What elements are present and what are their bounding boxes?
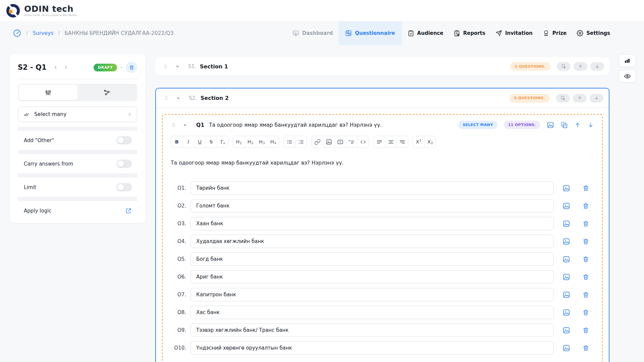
option-delete-button[interactable] bbox=[582, 238, 589, 245]
option-image-button[interactable] bbox=[562, 326, 570, 334]
tb-align-right-button[interactable] bbox=[396, 136, 408, 147]
option-delete-button[interactable] bbox=[582, 274, 589, 281]
option-text-input[interactable]: Төрийн банк bbox=[191, 181, 554, 195]
tb-heading-4-button[interactable]: H4 bbox=[267, 136, 279, 147]
image-icon bbox=[562, 184, 570, 192]
image-icon bbox=[562, 202, 570, 210]
move-question-up-button[interactable] bbox=[574, 122, 581, 128]
tb-superscript-button[interactable]: X2 bbox=[413, 136, 424, 147]
add-other-toggle[interactable] bbox=[116, 136, 132, 144]
tb-blockquote-button[interactable]: “ bbox=[346, 136, 357, 147]
section-title[interactable]: Section 2 bbox=[201, 95, 229, 101]
tb-insert-link-button[interactable] bbox=[312, 136, 323, 147]
expand-section-icon[interactable] bbox=[175, 64, 180, 69]
image-icon bbox=[562, 255, 570, 263]
option-delete-button[interactable] bbox=[582, 256, 589, 263]
section-title[interactable]: Section 1 bbox=[200, 63, 228, 70]
tb-italic-button[interactable]: I bbox=[182, 136, 194, 147]
option-text-input[interactable]: Тээвэр хөгжлийн банк/ Транс банк bbox=[191, 323, 554, 337]
tab-question-settings[interactable] bbox=[19, 85, 77, 100]
option-image-button[interactable] bbox=[562, 344, 570, 352]
drag-handle-icon[interactable] bbox=[163, 95, 169, 101]
move-section-up-button[interactable] bbox=[574, 62, 587, 71]
question-type-select[interactable]: Select many bbox=[18, 107, 137, 122]
collapse-question-icon[interactable] bbox=[182, 122, 187, 127]
drag-handle-icon[interactable] bbox=[171, 122, 176, 128]
breadcrumb-surveys-link[interactable]: Surveys bbox=[33, 30, 53, 36]
option-delete-button[interactable] bbox=[582, 345, 589, 352]
option-text-input[interactable]: Голомт банк bbox=[191, 199, 554, 213]
option-text-input[interactable]: Богд банк bbox=[191, 252, 554, 266]
move-section-down-button[interactable] bbox=[590, 62, 604, 71]
option-text-input[interactable]: Ариг банк bbox=[191, 270, 554, 284]
option-delete-button[interactable] bbox=[582, 220, 589, 227]
move-question-down-button[interactable] bbox=[587, 122, 594, 128]
tb-underline-button[interactable]: U bbox=[194, 136, 205, 147]
tb-align-center-button[interactable] bbox=[385, 136, 396, 147]
brand-logo[interactable]: ODIN tech OPEN DATA INTELLIGENCE NETWORK bbox=[5, 3, 77, 18]
limit-toggle[interactable] bbox=[116, 183, 132, 191]
option-image-button[interactable] bbox=[562, 220, 570, 228]
move-section-up-button[interactable] bbox=[573, 94, 587, 103]
preview-button[interactable] bbox=[619, 70, 636, 82]
tb-strikethrough-button[interactable]: S bbox=[205, 136, 217, 147]
tb-heading-3-button[interactable]: H3 bbox=[256, 136, 267, 147]
option-image-button[interactable] bbox=[562, 309, 570, 316]
monitor-icon bbox=[292, 30, 299, 37]
option-text-input[interactable]: Хаан банк bbox=[191, 217, 554, 230]
move-section-down-button[interactable] bbox=[590, 94, 603, 103]
option-text-input[interactable]: Хас банк bbox=[191, 306, 554, 319]
nav-item-prize[interactable]: Prize bbox=[538, 21, 571, 45]
setting-row-add-other: Add "Other" bbox=[18, 131, 137, 150]
tb-bold-button[interactable]: B bbox=[171, 136, 182, 147]
question-image-button[interactable] bbox=[547, 121, 554, 129]
question-body-text[interactable]: Та одоогоор ямар ямар банкуудтай харилцд… bbox=[171, 160, 594, 166]
option-image-button[interactable] bbox=[562, 291, 570, 299]
option-text-input[interactable]: Капитрон банк bbox=[191, 288, 554, 301]
tb-clear-formatting-button[interactable]: Tx bbox=[217, 136, 228, 147]
tb-align-left-button[interactable] bbox=[374, 136, 385, 147]
nav-item-settings[interactable]: Settings bbox=[572, 21, 614, 45]
survey-stats-button[interactable] bbox=[619, 54, 636, 67]
option-image-button[interactable] bbox=[562, 255, 570, 263]
image-icon bbox=[562, 238, 570, 245]
section-select-button[interactable] bbox=[557, 62, 571, 71]
tb-bullet-list-button[interactable] bbox=[284, 136, 295, 147]
carry-answers-from-toggle[interactable] bbox=[116, 160, 132, 168]
option-delete-button[interactable] bbox=[582, 202, 589, 209]
tb-heading-1-button[interactable]: H1 bbox=[233, 136, 245, 147]
option-text-input[interactable]: Үндэсний хөрөнгө оруулалтын банк bbox=[191, 341, 554, 355]
tb-ordered-list-button[interactable]: 12 bbox=[295, 136, 307, 147]
home-dashboard-icon[interactable] bbox=[13, 29, 21, 38]
nav-item-audience[interactable]: Audience bbox=[403, 21, 448, 45]
delete-question-button[interactable] bbox=[126, 62, 137, 73]
question-header: Q1 Та одоогоор ямар ямар банкуудтай хари… bbox=[171, 121, 594, 129]
nav-item-reports[interactable]: Reports bbox=[449, 21, 490, 45]
option-text-input[interactable]: Худалдаа хөгжлийн банк bbox=[191, 235, 554, 248]
option-image-button[interactable] bbox=[562, 202, 570, 210]
prev-question-button[interactable] bbox=[53, 65, 58, 70]
tab-question-logic[interactable] bbox=[77, 85, 136, 100]
question-duplicate-button[interactable] bbox=[560, 121, 568, 129]
nav-item-invitation[interactable]: Invitation bbox=[491, 21, 537, 45]
option-delete-button[interactable] bbox=[582, 309, 589, 316]
tb-insert-image-button[interactable] bbox=[323, 136, 334, 147]
tb-heading-2-button[interactable]: H2 bbox=[245, 136, 256, 147]
option-delete-button[interactable] bbox=[582, 291, 589, 298]
tb-subscript-button[interactable]: X2 bbox=[424, 136, 436, 147]
next-question-button[interactable] bbox=[63, 65, 68, 70]
option-delete-button[interactable] bbox=[582, 327, 589, 334]
question-title[interactable]: Та одоогоор ямар ямар банкуудтай харилцд… bbox=[209, 122, 382, 128]
section-select-button[interactable] bbox=[556, 94, 570, 103]
nav-item-questionnaire[interactable]: Questionnaire bbox=[338, 21, 401, 45]
tb-code-button[interactable] bbox=[357, 136, 369, 147]
option-image-button[interactable] bbox=[562, 238, 570, 245]
option-delete-button[interactable] bbox=[582, 185, 589, 192]
apply-logic-link[interactable] bbox=[125, 207, 132, 214]
option-image-button[interactable] bbox=[562, 273, 570, 281]
option-image-button[interactable] bbox=[562, 184, 570, 192]
nav-item-dashboard[interactable]: Dashboard bbox=[288, 21, 337, 45]
tb-insert-video-button[interactable] bbox=[334, 136, 346, 147]
drag-handle-icon[interactable] bbox=[163, 64, 168, 69]
collapse-section-icon[interactable] bbox=[176, 96, 181, 101]
